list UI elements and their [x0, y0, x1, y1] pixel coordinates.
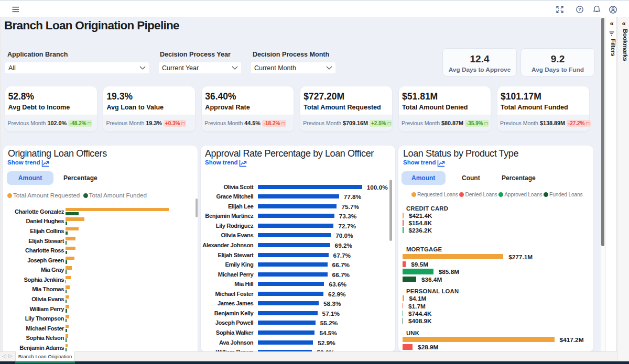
- svg-text:?: ?: [578, 7, 581, 12]
